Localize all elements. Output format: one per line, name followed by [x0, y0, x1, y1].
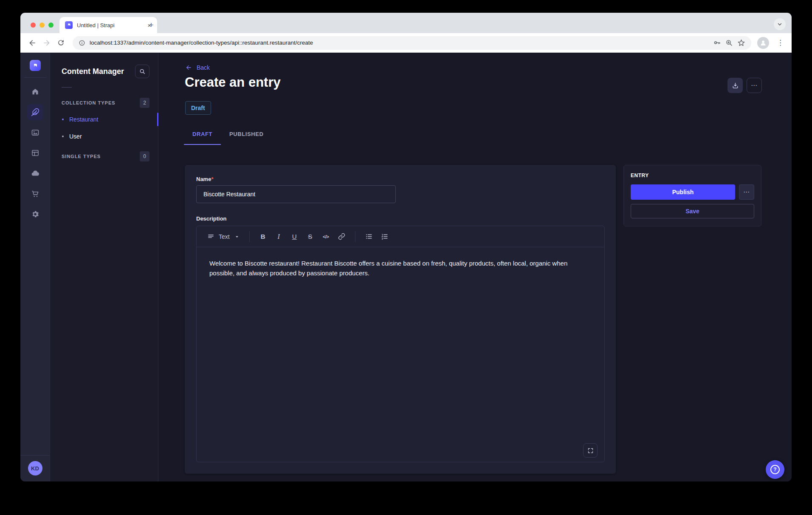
numbered-list-button[interactable] — [378, 229, 392, 243]
entry-panel-title: ENTRY — [631, 173, 754, 178]
format-label: Text — [219, 233, 230, 240]
more-icon: ⋯ — [743, 188, 750, 196]
description-content[interactable]: Welcome to Biscotte restaurant! Restaura… — [197, 247, 604, 462]
toolbar-separator — [249, 231, 250, 242]
save-button[interactable]: Save — [631, 204, 754, 218]
sidebar-divider — [62, 87, 72, 88]
description-rich-text-editor: Text B I U S </> — [196, 226, 605, 462]
name-field-label: Name* — [196, 176, 605, 182]
editor-toolbar: Text B I U S </> — [197, 226, 604, 247]
name-input[interactable] — [196, 185, 396, 203]
status-badge: Draft — [185, 101, 211, 115]
forward-button[interactable] — [42, 39, 51, 47]
bullet-list-icon — [365, 233, 372, 240]
back-button[interactable] — [28, 39, 37, 47]
tab-title: Untitled | Strapi — [77, 22, 147, 28]
browser-toolbar: localhost:1337/admin/content-manager/col… — [20, 33, 792, 53]
close-window-button[interactable] — [31, 23, 36, 28]
entry-form-card: Name* Description Text B — [185, 165, 616, 474]
home-icon — [31, 88, 39, 96]
question-mark-icon: ? — [770, 465, 780, 474]
url-text[interactable]: localhost:1337/admin/content-manager/col… — [90, 40, 709, 46]
password-key-icon[interactable] — [713, 39, 721, 47]
main-content: Back Create an entry Draft ⋯ DRAFT PUBLI… — [158, 53, 792, 481]
strapi-app: KD Content Manager COLLECTION TYPES 2 Re… — [20, 53, 792, 481]
code-button[interactable]: </> — [319, 229, 333, 243]
numbered-list-icon — [381, 233, 388, 240]
section-label: COLLECTION TYPES — [62, 100, 116, 105]
header-more-button[interactable]: ⋯ — [747, 78, 762, 93]
bold-button[interactable]: B — [256, 229, 270, 243]
strikethrough-button[interactable]: S — [303, 229, 317, 243]
browser-menu-button[interactable]: ⋮ — [775, 38, 786, 47]
section-label: SINGLE TYPES — [62, 154, 101, 159]
sidebar-item-restaurant[interactable]: Restaurant — [50, 111, 158, 128]
sidebar-item-user[interactable]: User — [50, 128, 158, 145]
download-icon — [732, 82, 739, 89]
tab-draft[interactable]: DRAFT — [184, 131, 221, 145]
user-avatar[interactable]: KD — [28, 461, 42, 475]
media-library-nav-button[interactable] — [27, 125, 43, 141]
entry-more-button[interactable]: ⋯ — [739, 184, 754, 200]
home-nav-button[interactable] — [27, 84, 43, 100]
reload-button[interactable] — [57, 39, 65, 47]
site-info-icon[interactable] — [79, 40, 85, 46]
back-link[interactable]: Back — [185, 64, 210, 71]
content-manager-nav-button[interactable] — [27, 104, 43, 120]
minimize-window-button[interactable] — [39, 23, 45, 28]
entry-panel: ENTRY Publish ⋯ Save — [623, 165, 761, 226]
export-button[interactable] — [727, 78, 743, 93]
collection-types-section-header: COLLECTION TYPES 2 — [50, 98, 158, 108]
browser-profile-avatar[interactable] — [757, 37, 769, 49]
zoom-icon[interactable] — [725, 39, 733, 47]
link-button[interactable] — [335, 229, 349, 243]
browser-tab[interactable]: Untitled | Strapi × — [59, 17, 157, 33]
window-controls — [31, 23, 54, 28]
images-icon — [31, 128, 39, 137]
gear-icon — [31, 210, 39, 218]
maximize-window-button[interactable] — [48, 23, 54, 28]
paragraph-lines-icon — [208, 233, 214, 240]
avatar-initials: KD — [31, 465, 39, 472]
help-button[interactable]: ? — [766, 460, 784, 479]
header-actions: ⋯ — [727, 78, 762, 93]
name-label-text: Name — [196, 176, 211, 182]
search-icon — [139, 68, 146, 75]
version-tabs: DRAFT PUBLISHED — [184, 131, 272, 145]
feather-icon — [31, 108, 39, 116]
italic-button[interactable]: I — [272, 229, 286, 243]
underline-button[interactable]: U — [288, 229, 302, 243]
layout-icon — [31, 149, 39, 157]
strapi-logo[interactable] — [30, 60, 41, 71]
bullet-icon — [62, 136, 64, 137]
sidebar-item-label: User — [69, 133, 82, 140]
cloud-nav-button[interactable] — [27, 165, 43, 181]
collection-types-count-badge: 2 — [140, 98, 149, 108]
strapi-favicon-icon — [65, 21, 73, 29]
block-format-dropdown[interactable]: Text — [203, 229, 244, 244]
sidebar-title: Content Manager — [62, 67, 124, 76]
bullet-list-button[interactable] — [362, 229, 376, 243]
settings-nav-button[interactable] — [27, 206, 43, 222]
content-type-builder-nav-button[interactable] — [27, 145, 43, 161]
content-manager-sidebar: Content Manager COLLECTION TYPES 2 Resta… — [50, 53, 158, 481]
description-field-label: Description — [196, 215, 605, 222]
tab-search-button[interactable] — [774, 18, 786, 30]
address-bar[interactable]: localhost:1337/admin/content-manager/col… — [73, 36, 751, 50]
publish-button[interactable]: Publish — [631, 184, 735, 200]
expand-editor-button[interactable] — [583, 443, 598, 458]
link-icon — [338, 233, 345, 240]
bookmark-star-icon[interactable] — [737, 39, 745, 47]
sidebar-item-label: Restaurant — [69, 116, 98, 123]
back-label: Back — [197, 64, 210, 71]
caret-down-icon — [234, 234, 240, 239]
new-tab-button[interactable]: + — [146, 20, 157, 31]
arrow-left-icon — [185, 64, 192, 71]
single-types-section-header: SINGLE TYPES 0 — [50, 151, 158, 161]
fullscreen-icon — [587, 447, 594, 454]
search-button[interactable] — [135, 65, 149, 78]
page-title: Create an entry — [185, 75, 281, 90]
marketplace-nav-button[interactable] — [27, 186, 43, 202]
tab-published[interactable]: PUBLISHED — [221, 131, 272, 145]
cloud-icon — [31, 169, 39, 178]
